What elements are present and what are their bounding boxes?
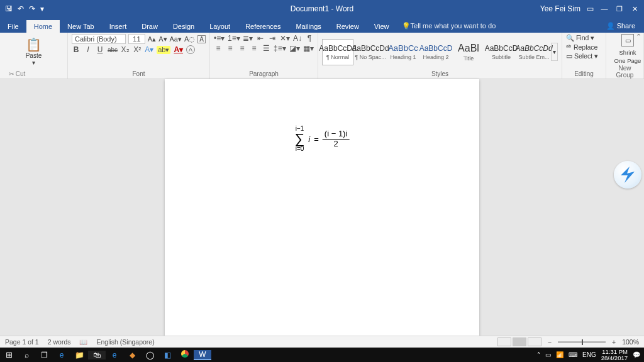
increase-indent-button[interactable]: ⇥: [268, 34, 277, 43]
zoom-slider[interactable]: [558, 341, 606, 343]
change-case-button[interactable]: Aa▾: [170, 35, 182, 43]
tray-keyboard-icon[interactable]: ⌨: [569, 351, 577, 358]
justify-button[interactable]: ≡: [250, 44, 258, 53]
sort-button[interactable]: A↓: [293, 34, 302, 43]
share-button[interactable]: 👤 Share: [597, 19, 644, 33]
strikethrough-button[interactable]: abc: [108, 47, 118, 53]
undo-icon[interactable]: ↶: [18, 4, 24, 13]
style-subtitle[interactable]: AaBbCcDSubtitle: [486, 39, 517, 65]
style-title[interactable]: AaBlTitle: [453, 39, 484, 65]
tab-home[interactable]: Home: [26, 20, 60, 33]
clear-formatting-button[interactable]: A◌: [184, 35, 195, 43]
close-button[interactable]: ✕: [630, 5, 639, 13]
grow-font-button[interactable]: A▴: [148, 35, 156, 43]
italic-button[interactable]: I: [84, 45, 92, 54]
view-web-layout[interactable]: [528, 337, 541, 346]
save-icon[interactable]: 🖫: [5, 4, 13, 13]
highlight-button[interactable]: ab▾: [157, 46, 170, 54]
tray-clock[interactable]: 11:31 PM 28/4/2017: [601, 349, 628, 361]
paste-button[interactable]: 📋 Paste ▾: [22, 34, 46, 69]
multilevel-button[interactable]: ≣▾: [243, 34, 253, 43]
tab-layout[interactable]: Layout: [202, 20, 238, 33]
zoom-in-button[interactable]: +: [612, 338, 616, 346]
tell-me-search[interactable]: Tell me what you want to do: [397, 19, 501, 33]
start-button[interactable]: ⊞: [0, 350, 18, 359]
find-button[interactable]: 🔍 Find ▾: [566, 34, 602, 42]
tab-review[interactable]: Review: [329, 20, 367, 33]
tray-language[interactable]: ENG: [582, 351, 596, 358]
align-left-button[interactable]: ≡: [214, 44, 223, 53]
underline-button[interactable]: U: [96, 45, 104, 54]
status-spell-icon[interactable]: 📖: [79, 338, 87, 346]
taskbar-chrome[interactable]: [176, 350, 194, 359]
equation[interactable]: i−1 ∑ i=0 i = (i − 1)i 2: [295, 126, 350, 152]
taskbar-word[interactable]: W: [194, 350, 211, 360]
taskbar-explorer[interactable]: 📁: [70, 351, 88, 359]
tab-view[interactable]: View: [367, 20, 397, 33]
align-right-button[interactable]: ≡: [238, 44, 247, 53]
line-spacing-button[interactable]: ‡≡▾: [274, 44, 286, 53]
view-print-layout[interactable]: [513, 337, 526, 346]
taskbar-edge[interactable]: e: [53, 351, 70, 359]
document-page[interactable]: i−1 ∑ i=0 i = (i − 1)i 2: [165, 79, 479, 339]
cut-button[interactable]: ✂ Cut: [9, 70, 58, 77]
styles-more-button[interactable]: ▾: [551, 43, 558, 61]
tray-notifications-icon[interactable]: 💬: [633, 351, 640, 358]
redo-icon[interactable]: ↷: [29, 4, 35, 13]
taskbar-store[interactable]: 🛍: [88, 351, 106, 359]
bullets-button[interactable]: •≡▾: [214, 34, 225, 43]
tab-references[interactable]: References: [238, 20, 288, 33]
enclose-chars-button[interactable]: A: [186, 45, 195, 54]
superscript-button[interactable]: X²: [133, 45, 142, 54]
status-word-count[interactable]: 2 words: [48, 338, 71, 346]
view-read-mode[interactable]: [497, 337, 511, 346]
tray-battery-icon[interactable]: ▭: [545, 351, 551, 358]
style-normal[interactable]: AaBbCcDd¶ Normal: [322, 39, 353, 65]
zoom-out-button[interactable]: −: [548, 338, 552, 346]
select-button[interactable]: ▭ Select ▾: [566, 52, 602, 60]
tab-design[interactable]: Design: [165, 20, 202, 33]
shading-button[interactable]: ◪▾: [289, 44, 300, 53]
style-subtle-em[interactable]: AaBbCcDdSubtle Em...: [518, 39, 550, 65]
tab-mailings[interactable]: Mailings: [288, 20, 328, 33]
maximize-button[interactable]: ❐: [615, 5, 624, 13]
search-button[interactable]: ⌕: [18, 351, 35, 359]
styles-gallery[interactable]: AaBbCcDd¶ Normal AaBbCcDd¶ No Spac... Aa…: [322, 39, 550, 65]
tab-new[interactable]: New Tab: [60, 20, 102, 33]
numbering-button[interactable]: 1≡▾: [228, 34, 240, 43]
taskbar-app2[interactable]: ◯: [141, 351, 158, 359]
zoom-level[interactable]: 100%: [622, 338, 639, 346]
thunder-app-icon[interactable]: [614, 161, 641, 189]
phonetic-guide-button[interactable]: A: [197, 35, 206, 43]
tab-file[interactable]: File: [0, 20, 26, 33]
status-page[interactable]: Page 1 of 1: [5, 338, 39, 346]
borders-button[interactable]: ▦▾: [303, 44, 314, 53]
status-language[interactable]: English (Singapore): [96, 338, 154, 346]
font-name-combo[interactable]: Calibri (Body): [72, 34, 126, 44]
collapse-ribbon-button[interactable]: ⌃: [636, 33, 641, 41]
tray-chevron-icon[interactable]: ˄: [537, 351, 540, 358]
ribbon-options-icon[interactable]: ▭: [587, 4, 594, 13]
bold-button[interactable]: B: [72, 45, 80, 54]
tray-wifi-icon[interactable]: 📶: [556, 351, 564, 358]
tab-draw[interactable]: Draw: [134, 20, 165, 33]
replace-button[interactable]: ᵃᵇ Replace: [566, 43, 602, 51]
minimize-button[interactable]: —: [600, 5, 609, 13]
font-color-button[interactable]: A▾: [174, 45, 183, 54]
taskbar-ie[interactable]: e: [106, 351, 123, 359]
asian-layout-button[interactable]: ✕▾: [280, 34, 290, 43]
style-heading2[interactable]: AaBbCcDHeading 2: [420, 39, 452, 65]
taskbar-app1[interactable]: ◆: [123, 351, 141, 359]
task-view-button[interactable]: ❐: [35, 351, 53, 359]
taskbar-app3[interactable]: ◧: [158, 351, 176, 359]
style-heading1[interactable]: AaBbCcHeading 1: [387, 39, 419, 65]
tab-insert[interactable]: Insert: [102, 20, 135, 33]
distributed-button[interactable]: ☰: [262, 44, 270, 53]
align-center-button[interactable]: ≡: [226, 44, 235, 53]
decrease-indent-button[interactable]: ⇤: [256, 34, 265, 43]
shrink-font-button[interactable]: A▾: [158, 35, 167, 43]
font-size-combo[interactable]: 11: [128, 34, 145, 44]
style-no-spacing[interactable]: AaBbCcDd¶ No Spac...: [355, 39, 386, 65]
text-effects-button[interactable]: A▾: [145, 45, 153, 54]
show-marks-button[interactable]: ¶: [305, 34, 314, 43]
